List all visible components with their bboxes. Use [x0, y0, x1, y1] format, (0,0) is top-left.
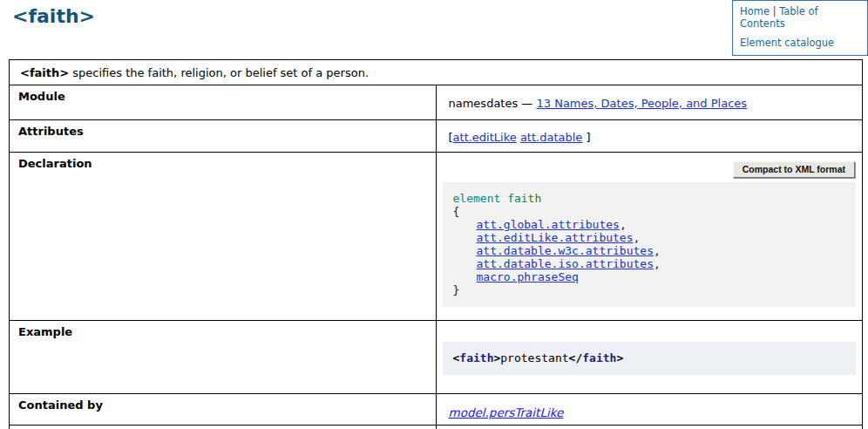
row-label-example: Example: [10, 321, 437, 394]
compact-to-xml-button[interactable]: Compact to XML format: [733, 161, 855, 178]
nav-line-2: Element catalogue: [740, 37, 860, 49]
declaration-member-line: att.editLike.attributes,: [453, 231, 848, 244]
xml-element-text: protestant: [500, 351, 568, 364]
row-label-contained-by: Contained by: [10, 394, 437, 426]
description-text: specifies the faith, religion, or belief…: [72, 66, 369, 79]
declaration-close-brace: }: [453, 283, 848, 296]
description-term: <faith>: [20, 66, 69, 79]
declaration-member-link[interactable]: macro.phraseSeq: [477, 270, 579, 283]
declaration-member-link[interactable]: att.global.attributes: [477, 218, 620, 231]
description-cell: <faith> specifies the faith, religion, o…: [10, 60, 863, 85]
module-row: Module namesdates — 13 Names, Dates, Peo…: [10, 85, 863, 120]
nav-separator: |: [773, 5, 776, 17]
comma: ,: [620, 218, 627, 231]
page-title: <faith>: [12, 5, 95, 27]
xml-end-tag-name: faith: [582, 351, 616, 364]
example-content-cell: <faith>protestant</faith>: [436, 321, 863, 394]
declaration-member-line: att.datable.iso.attributes,: [453, 257, 848, 270]
xml-end-close-bracket: >: [616, 351, 623, 364]
declaration-member-link[interactable]: att.datable.iso.attributes: [477, 257, 654, 270]
attributes-close-bracket: ]: [582, 131, 590, 144]
contained-by-content-cell: model.persTraitLike: [436, 394, 863, 426]
declaration-member-line: att.global.attributes,: [453, 218, 848, 231]
attribute-class-link-editlike[interactable]: att.editLike: [453, 131, 517, 144]
partial-row: [10, 426, 863, 429]
module-chapter-link[interactable]: 13 Names, Dates, People, and Places: [537, 97, 748, 110]
comma: ,: [654, 257, 661, 270]
declaration-line-element: element faith: [453, 192, 848, 205]
declaration-member-line: macro.phraseSeq: [453, 270, 848, 283]
contained-by-row: Contained by model.persTraitLike: [10, 394, 863, 426]
declaration-open-brace: {: [453, 205, 848, 218]
declaration-button-row: Compact to XML format: [437, 161, 856, 178]
declaration-content-cell: Compact to XML format element faith { at…: [436, 153, 863, 321]
nav-box: Home | Table of Contents Element catalog…: [732, 0, 868, 56]
nav-home-link[interactable]: Home: [740, 5, 770, 17]
attributes-row: Attributes [att.editLike att.datable ]: [10, 120, 863, 153]
comma: ,: [654, 244, 661, 257]
rnc-element-name: faith: [507, 192, 541, 205]
comma: ,: [634, 231, 641, 244]
attributes-content-cell: [att.editLike att.datable ]: [436, 120, 863, 153]
declaration-code-block: element faith { att.global.attributes, a…: [443, 182, 857, 307]
contained-by-link[interactable]: model.persTraitLike: [449, 405, 564, 419]
example-row: Example <faith>protestant</faith>: [10, 321, 863, 394]
module-name: namesdates —: [449, 97, 533, 110]
example-code-block: <faith>protestant</faith>: [443, 342, 857, 375]
row-label-attributes: Attributes: [10, 120, 437, 153]
module-content-cell: namesdates — 13 Names, Dates, People, an…: [436, 85, 863, 120]
row-label-declaration: Declaration: [10, 153, 437, 321]
description-row: <faith> specifies the faith, religion, o…: [10, 60, 863, 85]
declaration-member-line: att.datable.w3c.attributes,: [453, 244, 848, 257]
declaration-row: Declaration Compact to XML format elemen…: [10, 153, 863, 321]
declaration-member-link[interactable]: att.editLike.attributes: [477, 231, 634, 244]
nav-element-catalogue-link[interactable]: Element catalogue: [740, 37, 834, 49]
xml-tag-name: faith: [459, 351, 493, 364]
declaration-member-link[interactable]: att.datable.w3c.attributes: [477, 244, 654, 257]
row-label-module: Module: [10, 85, 437, 120]
rnc-keyword: element: [453, 192, 501, 205]
nav-line-1: Home | Table of Contents: [740, 5, 860, 30]
xml-end-open-bracket: </: [569, 351, 583, 364]
partial-row-label-cell: [10, 426, 437, 429]
partial-row-content-cell: [436, 426, 863, 429]
attribute-class-link-datable[interactable]: att.datable: [520, 131, 582, 144]
element-spec-table: <faith> specifies the faith, religion, o…: [9, 59, 863, 429]
